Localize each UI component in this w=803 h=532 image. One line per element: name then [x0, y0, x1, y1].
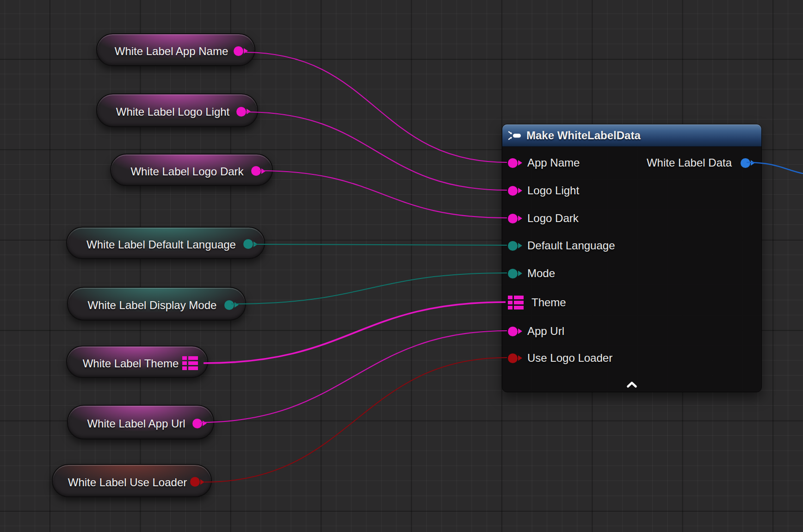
wire-default-language[interactable]: [253, 244, 507, 245]
input-default-language-pin[interactable]: [508, 241, 518, 251]
make-struct-icon: [508, 131, 522, 140]
getter-node-label: White Label Default Language: [79, 238, 243, 251]
input-pin-row-app-name: App Name: [508, 156, 580, 169]
output-white-label-data-pin[interactable]: [741, 158, 750, 168]
input-logo-dark-pin[interactable]: [508, 214, 518, 223]
wire-theme[interactable]: [204, 302, 506, 363]
input-pin-row-theme: Theme: [508, 296, 566, 309]
getter-node-white-label-use-loader[interactable]: White Label Use Loader: [52, 464, 212, 497]
getter-node-label: White Label Use Loader: [65, 476, 190, 489]
input-pin-row-default-language: Default Language: [508, 239, 615, 252]
node-header[interactable]: Make WhiteLabelData: [502, 124, 761, 147]
white-label-app-url-pin[interactable]: [192, 419, 202, 428]
input-theme-struct-pin-icon[interactable]: [508, 296, 524, 309]
input-pin-row-app-url: App Url: [508, 325, 564, 338]
pin-label: White Label Data: [647, 156, 732, 169]
pin-label: Mode: [527, 267, 555, 280]
input-pin-row-logo-light: Logo Light: [508, 184, 579, 197]
chevron-up-icon: [626, 381, 637, 388]
pin-label: Use Logo Loader: [527, 352, 612, 365]
pin-label: Theme: [531, 296, 566, 309]
input-pin-row-mode: Mode: [508, 267, 555, 280]
input-app-url-pin[interactable]: [508, 327, 518, 336]
wire-use-loader[interactable]: [204, 358, 507, 482]
getter-node-white-label-default-language[interactable]: White Label Default Language: [66, 227, 265, 259]
white-label-display-mode-pin[interactable]: [224, 300, 234, 310]
input-pin-row-logo-dark: Logo Dark: [508, 212, 579, 225]
wire-logo-light[interactable]: [245, 112, 507, 190]
wire-app-url[interactable]: [200, 331, 507, 422]
getter-node-white-label-theme[interactable]: White Label Theme: [66, 346, 208, 378]
white-label-default-language-pin[interactable]: [243, 239, 253, 249]
getter-node-label: White Label Theme: [79, 357, 182, 370]
input-logo-light-pin[interactable]: [508, 186, 518, 196]
pin-label: Logo Light: [527, 184, 579, 197]
make-whitelabeldata-node[interactable]: Make WhiteLabelData App NameLogo LightLo…: [502, 124, 762, 392]
getter-node-label: White Label Logo Light: [109, 105, 236, 118]
white-label-logo-dark-pin[interactable]: [251, 166, 261, 176]
getter-node-label: White Label Logo Dark: [123, 165, 251, 178]
collapse-node-button[interactable]: [624, 380, 640, 389]
pin-label: Default Language: [527, 239, 615, 252]
pin-label: App Name: [527, 156, 580, 169]
wire-app-name[interactable]: [244, 52, 507, 162]
input-mode-pin[interactable]: [508, 269, 518, 278]
white-label-theme-struct-pin-icon[interactable]: [182, 356, 198, 370]
getter-node-label: White Label App Name: [109, 45, 234, 58]
output-pin-row-white-label-data: White Label Data: [647, 156, 750, 169]
wire-logo-dark[interactable]: [259, 171, 507, 218]
input-pin-row-use-logo-loader: Use Logo Loader: [508, 352, 612, 365]
white-label-app-name-pin[interactable]: [234, 46, 243, 56]
wire-display-mode[interactable]: [231, 273, 507, 304]
input-app-name-pin[interactable]: [508, 158, 518, 168]
input-use-logo-loader-pin[interactable]: [508, 353, 518, 363]
pin-label: App Url: [527, 325, 564, 338]
getter-node-white-label-display-mode[interactable]: White Label Display Mode: [67, 287, 246, 321]
node-title: Make WhiteLabelData: [526, 129, 641, 142]
white-label-logo-light-pin[interactable]: [236, 107, 246, 117]
getter-node-label: White Label App Url: [80, 417, 192, 430]
getter-node-label: White Label Display Mode: [80, 299, 224, 312]
getter-node-white-label-logo-light[interactable]: White Label Logo Light: [96, 93, 258, 127]
getter-node-white-label-logo-dark[interactable]: White Label Logo Dark: [110, 154, 273, 186]
getter-node-white-label-app-url[interactable]: White Label App Url: [67, 405, 214, 439]
white-label-use-loader-pin[interactable]: [190, 477, 200, 487]
pin-label: Logo Dark: [527, 212, 579, 225]
blueprint-graph-canvas[interactable]: White Label App NameWhite Label Logo Lig…: [0, 0, 803, 532]
getter-node-white-label-app-name[interactable]: White Label App Name: [96, 33, 255, 66]
